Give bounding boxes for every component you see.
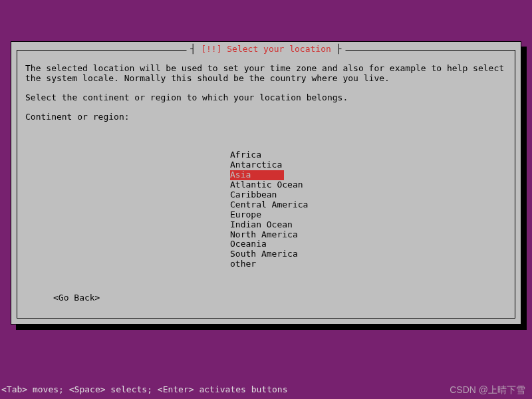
dialog-title: ┤ [!!] Select your location ├ bbox=[187, 45, 346, 55]
list-item[interactable]: other bbox=[230, 259, 308, 269]
list-item[interactable]: South America bbox=[230, 249, 308, 259]
installer-dialog: ┤ [!!] Select your location ├ The select… bbox=[11, 41, 521, 325]
list-item[interactable]: Antarctica bbox=[230, 160, 308, 170]
region-list[interactable]: Africa Antarctica Asia Atlantic Ocean Ca… bbox=[230, 150, 308, 269]
dialog-frame: ┤ [!!] Select your location ├ The select… bbox=[17, 50, 515, 319]
keyboard-hint: <Tab> moves; <Space> selects; <Enter> ac… bbox=[0, 385, 287, 395]
description-paragraph-1: The selected location will be used to se… bbox=[25, 64, 507, 84]
list-item[interactable]: Central America bbox=[230, 200, 308, 210]
title-bracket-close: ├ bbox=[331, 44, 342, 54]
list-item[interactable]: Europe bbox=[230, 210, 308, 220]
go-back-button[interactable]: <Go Back> bbox=[53, 293, 100, 303]
dialog-content: The selected location will be used to se… bbox=[25, 64, 507, 132]
watermark-text: CSDN @上晴下雪 bbox=[450, 384, 525, 395]
prompt-label: Continent or region: bbox=[25, 112, 507, 122]
description-paragraph-2: Select the continent or region to which … bbox=[25, 93, 507, 103]
list-item[interactable]: Oceania bbox=[230, 239, 308, 249]
list-item[interactable]: Africa bbox=[230, 150, 308, 160]
list-item[interactable]: Atlantic Ocean bbox=[230, 180, 308, 190]
list-item[interactable]: Caribbean bbox=[230, 190, 308, 200]
title-bracket-open: ┤ bbox=[191, 44, 201, 54]
title-marker: [!!] bbox=[201, 44, 221, 54]
list-item-selected[interactable]: Asia bbox=[230, 170, 284, 180]
list-item[interactable]: North America bbox=[230, 230, 308, 240]
title-text: Select your location bbox=[221, 44, 331, 54]
list-item[interactable]: Indian Ocean bbox=[230, 220, 308, 230]
